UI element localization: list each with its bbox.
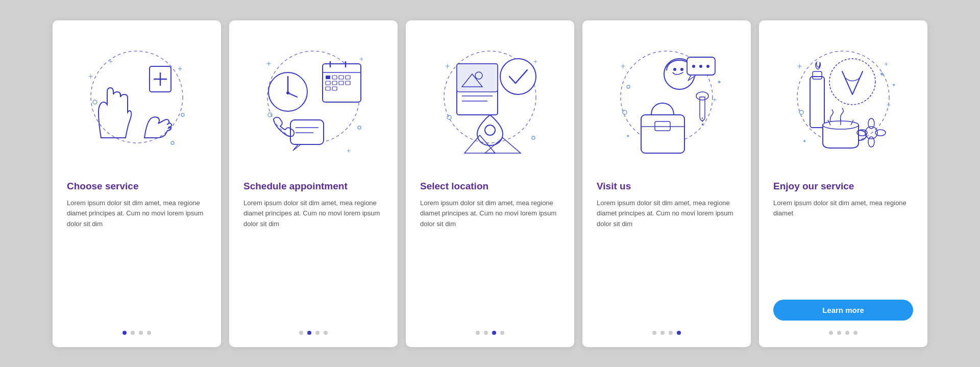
svg-point-40 [358,126,361,129]
svg-rect-43 [457,64,498,92]
dot-1 [299,331,303,335]
svg-text:+: + [797,62,802,70]
visit-us-dots [652,331,681,335]
dot-1 [652,331,656,335]
card-visit-us: + + ✦ ✦ Visit us Lorem ipsum dolor sit d… [582,20,751,347]
visit-us-title: Visit us [597,181,737,192]
svg-point-65 [696,92,708,100]
schedule-appointment-illustration: + + + [247,36,380,168]
select-location-title: Select location [420,181,560,192]
select-location-dots [476,331,504,335]
dot-4 [324,331,328,335]
dot-2 [660,331,665,335]
svg-point-51 [447,115,451,119]
dot-3 [139,331,143,335]
enjoy-service-dots [829,331,857,335]
svg-point-69 [623,110,627,114]
visit-us-text: Lorem ipsum dolor sit dim amet, mea regi… [597,198,737,321]
dot-1 [476,331,480,335]
choose-service-title: Choose service [67,181,207,192]
card-select-location: + + Select location Lorem ipsum dolor si… [406,20,574,347]
svg-text:+: + [359,55,363,63]
choose-service-text: Lorem ipsum dolor sit dim amet, mea regi… [67,198,207,321]
svg-text:+: + [533,57,537,65]
select-location-text: Lorem ipsum dolor sit dim amet, mea regi… [420,198,560,321]
svg-text:+: + [178,64,182,73]
svg-text:✦: ✦ [879,70,885,78]
svg-point-76 [829,59,875,105]
schedule-appointment-text: Lorem ipsum dolor sit dim amet, mea regi… [243,198,383,321]
svg-point-56 [680,68,683,71]
svg-point-60 [706,65,709,68]
svg-text:✦: ✦ [717,79,722,86]
dot-2 [837,331,841,335]
svg-rect-74 [810,77,824,128]
svg-rect-75 [813,71,822,79]
svg-point-52 [532,136,535,139]
dot-2 [484,331,488,335]
schedule-appointment-title: Schedule appointment [243,181,383,192]
svg-text:✦: ✦ [626,133,630,139]
svg-point-89 [799,110,803,114]
dot-3 [315,331,320,335]
svg-text:+: + [109,57,113,65]
svg-text:+: + [713,95,717,104]
svg-text:+: + [887,101,891,109]
svg-point-31 [286,91,289,94]
svg-point-85 [875,130,886,136]
svg-point-48 [485,125,495,135]
visit-us-illustration: + + ✦ ✦ [600,36,733,168]
svg-text:+: + [445,62,450,70]
choose-service-illustration: + + + [70,36,203,168]
svg-marker-35 [293,144,301,151]
svg-point-47 [500,59,536,94]
svg-point-0 [91,51,183,143]
dot-3 [845,331,849,335]
card-schedule-appointment: + + + Schedule appointment Lorem ipsum d… [229,20,398,347]
svg-text:+: + [347,146,351,155]
svg-point-83 [868,137,874,147]
select-location-illustration: + + [424,36,556,168]
svg-text:+: + [884,60,888,68]
svg-point-55 [673,68,676,71]
dot-3 [669,331,673,335]
learn-more-button[interactable]: Learn more [773,300,913,321]
svg-point-70 [627,85,630,88]
svg-point-10 [93,100,97,104]
svg-point-82 [868,118,874,129]
dot-2 [307,331,311,335]
svg-rect-14 [323,64,361,102]
dot-4 [147,331,151,335]
svg-point-59 [699,65,702,68]
dot-4 [853,331,857,335]
cards-container: + + + Choose service Lorem ipsum dolor s… [0,5,980,362]
card-choose-service: + + + Choose service Lorem ipsum dolor s… [53,20,221,347]
svg-text:+: + [266,59,271,68]
svg-point-58 [692,65,695,68]
schedule-appointment-dots [299,331,328,335]
dot-1 [829,331,833,335]
svg-text:+: + [88,72,93,81]
dot-4 [677,331,681,335]
svg-rect-62 [641,115,684,153]
svg-text:✦: ✦ [802,138,806,144]
enjoy-service-illustration: + + + ✦ ✦ ✦ [777,36,910,168]
dot-2 [131,331,135,335]
choose-service-dots [122,331,151,335]
svg-point-11 [181,113,184,116]
enjoy-service-title: Enjoy our service [773,181,913,192]
enjoy-service-text: Lorem ipsum dolor sit dim amet, mea regi… [773,198,913,293]
dot-3 [492,331,496,335]
svg-text:✦: ✦ [892,82,896,88]
dot-1 [122,331,127,335]
svg-rect-32 [290,120,324,144]
svg-point-12 [171,141,174,144]
dot-4 [500,331,504,335]
svg-rect-18 [326,76,330,79]
svg-text:+: + [621,62,625,70]
card-enjoy-service: + + + ✦ ✦ ✦ Enjoy our service Lorem ipsu… [759,20,927,347]
